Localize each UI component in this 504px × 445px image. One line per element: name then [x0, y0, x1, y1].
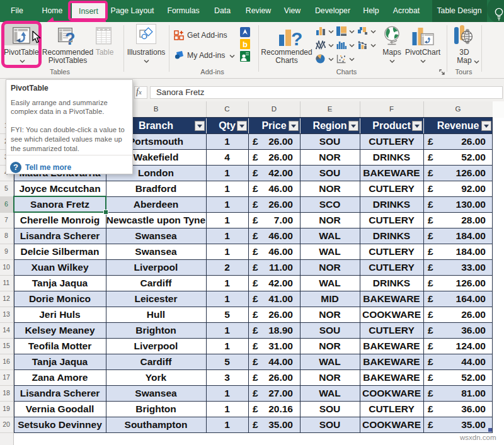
svg-text:?: ? [291, 28, 302, 48]
svg-text:?: ? [65, 30, 76, 47]
svg-text:b: b [243, 40, 248, 49]
